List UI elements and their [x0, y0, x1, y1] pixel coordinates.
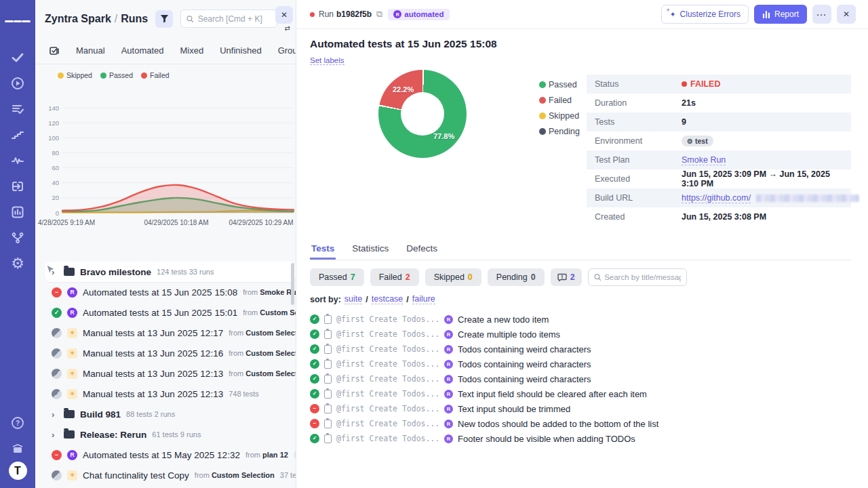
tests-search-input[interactable] [604, 273, 680, 281]
app-logo[interactable]: T [9, 462, 27, 480]
branch-icon[interactable] [5, 225, 31, 251]
runs-list-folder-row[interactable]: ›Release: Rerun61 tests 9 runs [35, 424, 296, 445]
menu-icon[interactable] [5, 8, 31, 34]
legend-label: Passed [109, 71, 133, 79]
pill-label: Pending [496, 272, 528, 282]
run-name: Automated tests at 15 May 2025 12:32 [83, 450, 240, 460]
runs-list-folder-row[interactable]: ›Bravo milestone124 tests 33 runs [45, 262, 296, 282]
activity-icon[interactable] [5, 148, 31, 174]
checklist-icon[interactable] [5, 96, 31, 122]
copy-icon[interactable]: ⧉ [376, 9, 382, 20]
test-row[interactable]: −@first Create Todos...RText input shoul… [310, 401, 851, 416]
test-row[interactable]: ✓@first Create Todos...RFooter should be… [310, 431, 851, 446]
runs-list-run-row[interactable]: −RAutomated tests at 15 May 2025 12:32fr… [35, 445, 296, 465]
test-row[interactable]: ✓@first Create Todos...RText input field… [310, 386, 851, 401]
filter-pill-failed[interactable]: Failed2 [370, 268, 419, 286]
tab-statistics[interactable]: Statistics [351, 239, 390, 260]
check-icon[interactable] [5, 45, 31, 70]
test-title: Text input field should be cleared after… [458, 389, 647, 399]
comments-pill[interactable]: 2 [551, 268, 582, 286]
legend-dot-icon [539, 97, 546, 104]
legend-dot-icon [58, 73, 64, 79]
test-plan-link[interactable]: Smoke Run [682, 155, 726, 165]
runs-list-run-row[interactable]: −RAutomated tests at 15 Jun 2025 15:08fr… [35, 282, 296, 302]
runs-list-folder-row[interactable]: ›Build 98188 tests 2 runs [35, 404, 296, 424]
runs-list-run-row[interactable]: ✳Manual tests at 13 Jun 2025 12:17from C… [35, 323, 296, 343]
detail-row-executed: ExecutedJun 15, 2025 3:09 PM → Jun 15, 2… [587, 169, 851, 188]
app-sidebar: ⚙ ? T [0, 0, 35, 488]
sort-by-suite[interactable]: suite [344, 294, 362, 304]
runs-list-run-row[interactable]: ✓RAutomated tests at 15 Jun 2025 15:01fr… [35, 302, 296, 323]
help-icon[interactable]: ? [5, 410, 31, 436]
run-play-icon[interactable] [5, 70, 31, 96]
status-passed-icon: ✓ [52, 308, 62, 318]
filter-button[interactable] [155, 10, 173, 28]
settings-icon[interactable]: ⚙ [5, 251, 31, 277]
sort-toggle-icon[interactable]: ⇄ [285, 24, 290, 32]
close-detail-button[interactable]: ✕ [837, 5, 856, 24]
sort-by-failure[interactable]: failure [412, 294, 435, 304]
chevron-right-icon[interactable]: › [52, 409, 58, 420]
run-status-dot [310, 12, 315, 17]
import-icon[interactable] [5, 174, 31, 199]
runs-list-run-row[interactable]: ✳Manual tests at 13 Jun 2025 12:16from C… [35, 343, 296, 363]
filter-pill-skipped[interactable]: Skipped0 [425, 268, 481, 286]
folder-icon [64, 268, 75, 276]
chevron-right-icon[interactable]: › [52, 430, 58, 440]
runs-tab-automated[interactable]: Automated [121, 45, 164, 56]
panel-close-button[interactable]: ✕ [275, 6, 293, 24]
run-name: Manual tests at 13 Jun 2025 12:13 [83, 369, 223, 379]
build-url-link[interactable]: https://github.com/ [682, 193, 751, 203]
analytics-icon[interactable] [5, 199, 31, 225]
filter-pill-passed[interactable]: Passed7 [310, 268, 364, 286]
status-partial-icon [52, 348, 62, 359]
folder-icon [64, 430, 75, 439]
runs-list-run-row[interactable]: ✳Manual tests at 13 Jun 2025 12:13748 te… [35, 384, 296, 404]
runs-list-run-row[interactable]: ✳Manual tests at 13 Jun 2025 12:13from C… [35, 363, 296, 384]
filter-pill-pending[interactable]: Pending0 [488, 268, 545, 286]
folder-meta: 124 tests 33 runs [157, 268, 214, 276]
library-icon[interactable] [5, 436, 31, 462]
tab-tests[interactable]: Tests [310, 239, 336, 260]
run-from: from Custom Selection [229, 369, 296, 378]
test-row[interactable]: ✓@first Create Todos...RTodos containing… [310, 342, 851, 357]
test-title: Todos containing weird characters [458, 359, 591, 369]
manual-icon: ✳ [67, 328, 77, 338]
test-row[interactable]: ✓@first Create Todos...RCreate a new tod… [310, 312, 851, 327]
select-runs-icon[interactable] [49, 45, 60, 56]
test-row[interactable]: −@first Create Todos...RNew todos should… [310, 416, 851, 431]
pill-count: 0 [468, 272, 473, 282]
runs-tab-unfinished[interactable]: Unfinished [220, 45, 261, 56]
test-row[interactable]: ✓@first Create Todos...RCreate multiple … [310, 327, 851, 342]
runs-list-run-row[interactable]: ✳Chat functinality test Copyfrom Custom … [35, 465, 296, 485]
runs-tab-groups[interactable]: Groups [278, 45, 296, 56]
legend-label: Failed [150, 71, 170, 79]
more-button[interactable]: ... [812, 5, 831, 24]
test-suite-path: @first Create Todos... [336, 344, 439, 354]
detail-value: ⚙test [682, 136, 713, 146]
runs-trend-chart: 0204060801001201404/28/2025 9:19 AM04/29… [35, 81, 296, 234]
clipboard-icon [324, 375, 332, 384]
tab-defects[interactable]: Defects [405, 239, 439, 260]
clipboard-icon [324, 390, 332, 399]
svg-text:40: 40 [52, 179, 59, 186]
test-list: ✓@first Create Todos...RCreate a new tod… [310, 312, 851, 446]
status-passed-icon: ✓ [310, 344, 319, 354]
project-name[interactable]: Zyntra Spark [45, 13, 111, 24]
runs-tab-manual[interactable]: Manual [76, 45, 105, 56]
steps-icon[interactable] [5, 122, 31, 148]
sort-by-testcase[interactable]: testcase [372, 294, 403, 304]
test-title: Text input should be trimmed [458, 404, 570, 414]
test-row[interactable]: ✓@first Create Todos...RTodos containing… [310, 371, 851, 386]
scrollbar-thumb[interactable] [291, 263, 294, 305]
report-button[interactable]: Report [754, 5, 807, 24]
pill-label: Passed [319, 272, 347, 282]
svg-text:80: 80 [52, 149, 59, 157]
set-labels-link[interactable]: Set labels [310, 56, 344, 65]
runs-search-input[interactable] [198, 14, 272, 24]
run-type-badge: R automated [388, 9, 449, 20]
clusterize-errors-button[interactable]: ✦ Clusterize Errors [661, 5, 749, 24]
runs-tab-mixed[interactable]: Mixed [180, 45, 204, 56]
test-row[interactable]: ✓@first Create Todos...RTodos containing… [310, 357, 851, 371]
detail-label: Tests [595, 117, 682, 127]
